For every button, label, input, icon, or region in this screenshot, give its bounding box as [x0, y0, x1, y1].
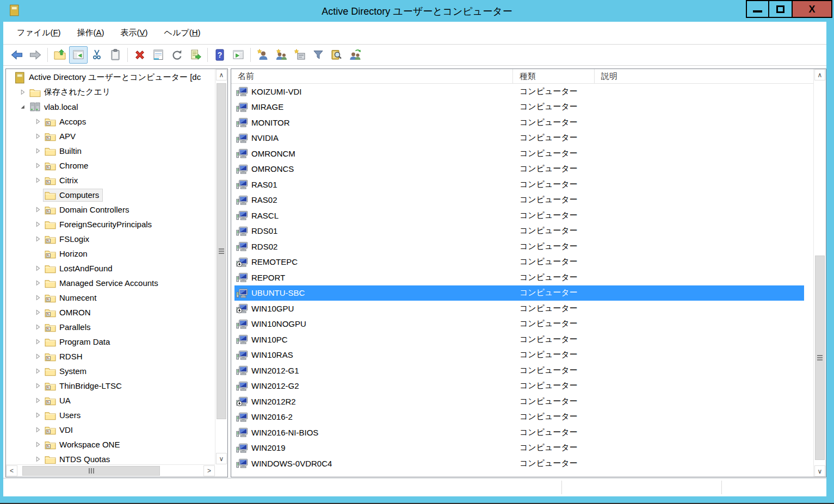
tree-node[interactable]: APV: [43, 130, 79, 143]
scroll-down-button[interactable]: [814, 465, 825, 477]
computer-row[interactable]: WIN2016-NI-BIOSコンピューター: [234, 425, 804, 440]
tree-node[interactable]: Citrix: [43, 174, 82, 187]
tree-item[interactable]: APV: [7, 129, 214, 144]
list-vscroll-thumb[interactable]: [815, 256, 825, 460]
tree-item[interactable]: VDI: [7, 422, 214, 437]
close-button[interactable]: [793, 0, 832, 18]
tree-item[interactable]: Builtin: [7, 144, 214, 158]
column-header-description[interactable]: 説明: [595, 69, 813, 83]
properties-button[interactable]: [149, 46, 168, 64]
tree-node[interactable]: Accops: [43, 115, 90, 128]
tree-node[interactable]: LostAndFound: [43, 262, 116, 275]
expander-collapsed-icon[interactable]: [32, 408, 43, 422]
new-group-button[interactable]: [272, 46, 291, 64]
tree-vscroll-thumb[interactable]: [217, 83, 226, 419]
menu-action[interactable]: 操作(A): [69, 26, 113, 40]
tree-item[interactable]: Managed Service Accounts: [7, 276, 214, 290]
tree-item[interactable]: Horizon: [7, 246, 214, 261]
tree-node[interactable]: Users: [43, 409, 84, 422]
refresh-button[interactable]: [168, 46, 186, 64]
expander-collapsed-icon[interactable]: [32, 173, 43, 188]
computer-row[interactable]: WIN10RASコンピューター: [234, 347, 804, 363]
column-header-type[interactable]: 種類: [513, 69, 595, 83]
tree-item[interactable]: Workspace ONE: [7, 437, 214, 452]
tree-node[interactable]: ThinBridge-LTSC: [43, 379, 126, 393]
computer-row[interactable]: MONITORコンピューター: [234, 115, 804, 130]
scroll-right-button[interactable]: [203, 465, 215, 476]
expander-collapsed-icon[interactable]: [32, 129, 43, 144]
scroll-up-button[interactable]: [814, 69, 825, 80]
help-button[interactable]: ?: [211, 46, 229, 64]
menu-file[interactable]: ファイル(F): [9, 26, 69, 40]
computer-row-selected[interactable]: UBUNTU-SBCコンピューター: [234, 285, 804, 301]
tree-item[interactable]: Program Data: [7, 334, 214, 349]
tree-item[interactable]: System: [7, 364, 214, 378]
expander-collapsed-icon[interactable]: [32, 202, 43, 217]
expander-collapsed-icon[interactable]: [32, 437, 43, 452]
filter-button[interactable]: [309, 46, 328, 64]
tree-item[interactable]: Parallels: [7, 320, 214, 334]
tree-item[interactable]: 保存されたクエリ: [7, 85, 214, 99]
expander-collapsed-icon[interactable]: [32, 158, 43, 173]
tree-item[interactable]: Citrix: [7, 173, 214, 188]
tree-item[interactable]: RDSH: [7, 349, 214, 364]
export-list-button[interactable]: [186, 46, 205, 64]
expander-collapsed-icon[interactable]: [32, 349, 43, 364]
scroll-up-button[interactable]: [216, 69, 227, 80]
tree-node-selected[interactable]: Computers: [43, 189, 103, 202]
expander-collapsed-icon[interactable]: [32, 305, 43, 320]
tree-item[interactable]: UA: [7, 393, 214, 408]
expander-collapsed-icon[interactable]: [32, 217, 43, 232]
expander-collapsed-icon[interactable]: [32, 320, 43, 334]
menu-help[interactable]: ヘルプ(H): [156, 26, 209, 40]
tree-node[interactable]: vlab.local: [28, 101, 82, 114]
tree-node[interactable]: Horizon: [43, 247, 91, 260]
tree-horizontal-scrollbar[interactable]: [6, 464, 215, 477]
computer-row[interactable]: RDS02コンピューター: [234, 239, 804, 254]
expander-collapsed-icon[interactable]: [17, 85, 28, 99]
tree-item[interactable]: FSLogix: [7, 232, 214, 246]
tree-item[interactable]: LostAndFound: [7, 261, 214, 276]
computer-row[interactable]: NVIDIAコンピューター: [234, 130, 804, 146]
expander-collapsed-icon[interactable]: [32, 378, 43, 393]
computer-row[interactable]: RDS01コンピューター: [234, 223, 804, 239]
tree-item[interactable]: Users: [7, 408, 214, 422]
tree-node[interactable]: Program Data: [43, 335, 114, 349]
tree-node[interactable]: RDSH: [43, 350, 87, 363]
tree-node[interactable]: 保存されたクエリ: [28, 86, 114, 99]
tree-node[interactable]: UA: [43, 394, 75, 407]
tree-node[interactable]: Numecent: [43, 291, 100, 304]
tree-node[interactable]: OMRON: [43, 306, 95, 319]
computer-row[interactable]: OMRONCMコンピューター: [234, 146, 804, 161]
minimize-button[interactable]: [746, 0, 769, 18]
scroll-left-button[interactable]: [6, 465, 17, 476]
computer-row[interactable]: RASCLコンピューター: [234, 208, 804, 223]
expander-collapsed-icon[interactable]: [32, 364, 43, 378]
computer-row[interactable]: WIN10NOGPUコンピューター: [234, 316, 804, 332]
tree-hscroll-thumb[interactable]: [22, 466, 160, 476]
expander-expanded-icon[interactable]: [17, 99, 28, 114]
scroll-down-button[interactable]: [216, 453, 227, 464]
tree-node[interactable]: System: [43, 365, 90, 378]
expander-collapsed-icon[interactable]: [32, 232, 43, 246]
tree-node[interactable]: Builtin: [43, 145, 85, 158]
column-header-name[interactable]: 名前: [231, 69, 513, 83]
back-button[interactable]: [8, 46, 26, 64]
tree-item[interactable]: ThinBridge-LTSC: [7, 378, 214, 393]
new-user-button[interactable]: [254, 46, 272, 64]
computer-row[interactable]: WIN2012R2コンピューター: [234, 394, 804, 409]
tree-node[interactable]: Domain Controllers: [43, 203, 133, 216]
computer-row[interactable]: WIN2016-2コンピューター: [234, 409, 804, 425]
computer-row[interactable]: OMRONCSコンピューター: [234, 161, 804, 177]
computer-row[interactable]: WIN10GPUコンピューター: [234, 301, 804, 316]
delegate-button[interactable]: [346, 46, 365, 64]
expander-collapsed-icon[interactable]: [32, 290, 43, 305]
tree-node[interactable]: Chrome: [43, 159, 92, 172]
paste-button[interactable]: [106, 46, 125, 64]
expander-collapsed-icon[interactable]: [32, 334, 43, 349]
tree-item[interactable]: Accops: [7, 114, 214, 129]
find-button[interactable]: [328, 46, 346, 64]
tree-item[interactable]: Chrome: [7, 158, 214, 173]
tree-item[interactable]: Computers: [7, 188, 214, 202]
expander-collapsed-icon[interactable]: [32, 393, 43, 408]
